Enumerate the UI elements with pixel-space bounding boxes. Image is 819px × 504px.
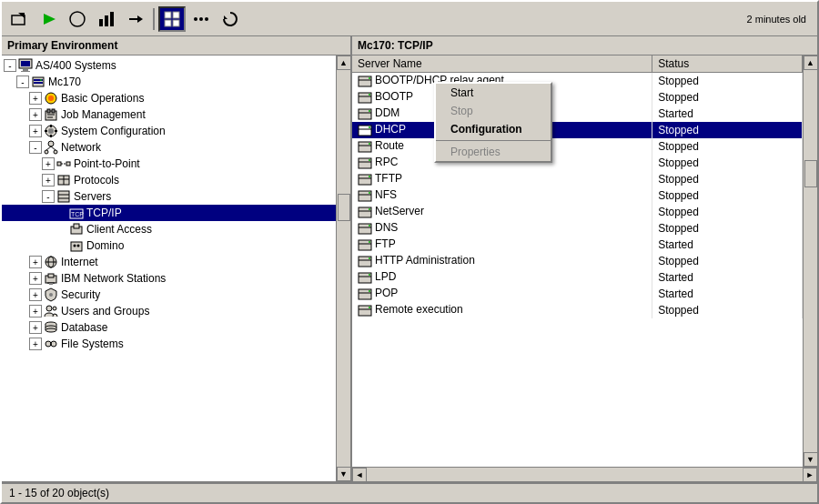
toolbar-back-btn[interactable] <box>5 6 33 32</box>
expand-protocols[interactable]: + <box>42 174 55 186</box>
server-row-icon <box>358 287 372 301</box>
tree-item-client-access[interactable]: Client Access <box>2 221 336 237</box>
svg-rect-63 <box>48 274 54 277</box>
tree-item-as400[interactable]: - AS/400 Systems <box>2 57 336 74</box>
expand-ibm-network[interactable]: + <box>29 272 42 285</box>
svg-rect-55 <box>74 224 79 228</box>
expand-internet[interactable]: + <box>29 256 42 268</box>
context-menu-start[interactable]: Start <box>436 84 551 102</box>
right-vscroll[interactable]: ▲ ▼ <box>803 55 817 467</box>
expand-job-mgmt[interactable]: + <box>29 108 42 121</box>
toolbar-arrow-btn[interactable] <box>122 6 149 32</box>
expand-database[interactable]: + <box>29 321 42 334</box>
left-vscroll-up[interactable]: ▲ <box>337 55 351 70</box>
table-row[interactable]: DDMStarted <box>352 106 803 122</box>
tree-label-tcpip: TCP/IP <box>86 207 122 219</box>
svg-point-95 <box>369 143 370 145</box>
status-cell: Stopped <box>652 187 803 204</box>
expand-mc170[interactable]: - <box>16 76 29 88</box>
tree-item-mc170[interactable]: - Mc170 <box>2 74 336 90</box>
status-cell: Stopped <box>652 204 803 220</box>
right-vscroll-up[interactable]: ▲ <box>804 55 818 70</box>
expand-sys-config[interactable]: + <box>29 125 42 137</box>
table-row[interactable]: DNSStopped <box>352 220 803 237</box>
server-name-cell: FTP <box>352 237 652 253</box>
expand-as400[interactable]: - <box>4 59 16 72</box>
tree-item-point-to-point[interactable]: + Point-to-Point <box>2 156 336 172</box>
table-row[interactable]: LPDStarted <box>352 269 803 286</box>
svg-rect-23 <box>34 82 43 84</box>
toolbar-dots-btn[interactable] <box>187 6 215 32</box>
table-row[interactable]: NetServerStopped <box>352 204 803 220</box>
tree-label-sys-config: System Configuration <box>61 125 166 137</box>
context-menu-stop[interactable]: Stop <box>436 102 551 120</box>
tree-item-file-systems[interactable]: + File Systems <box>2 336 336 352</box>
expand-users-groups[interactable]: + <box>29 305 42 318</box>
svg-marker-8 <box>137 15 143 23</box>
right-panel-header: Mc170: TCP/IP <box>352 36 817 55</box>
right-hscroll[interactable]: ◄ ► <box>352 467 817 481</box>
toolbar-status: 2 minutes old <box>747 14 814 25</box>
tree-item-network[interactable]: - Network <box>2 139 336 156</box>
tree-item-ibm-network[interactable]: + IBM Network Stations <box>2 270 336 287</box>
toolbar-circle-btn[interactable] <box>64 6 91 32</box>
table-row[interactable]: NFSStopped <box>352 187 803 204</box>
svg-rect-37 <box>55 130 57 132</box>
left-vscroll-thumb[interactable] <box>338 194 350 221</box>
table-row[interactable]: DHCPStopped <box>352 122 803 138</box>
table-row[interactable]: POPStarted <box>352 286 803 302</box>
context-menu-configuration[interactable]: Configuration <box>436 120 551 138</box>
tree-item-basic-ops[interactable]: + Basic Operations <box>2 90 336 106</box>
table-row[interactable]: Remote executionStopped <box>352 302 803 318</box>
status-cell: Started <box>652 237 803 253</box>
status-cell: Stopped <box>652 73 803 90</box>
table-row[interactable]: RouteStopped <box>352 138 803 155</box>
tree-item-database[interactable]: + <box>2 319 336 336</box>
right-vscroll-thumb[interactable] <box>804 160 817 187</box>
table-row[interactable]: BOOTP/DHCP relay agentStopped <box>352 73 803 90</box>
tree-label-internet: Internet <box>61 256 98 268</box>
context-menu-properties[interactable]: Properties <box>436 143 551 161</box>
table-row[interactable]: FTPStarted <box>352 237 803 253</box>
expand-file-systems[interactable]: + <box>29 338 42 350</box>
tree-label-basic-ops: Basic Operations <box>61 92 144 105</box>
tree-item-servers[interactable]: - Servers <box>2 188 336 205</box>
expand-security[interactable]: + <box>29 288 42 301</box>
tree-item-security[interactable]: + Security <box>2 287 336 303</box>
table-row[interactable]: BOOTPStopped <box>352 89 803 106</box>
server-name-cell: TFTP <box>352 171 652 187</box>
tree-item-tcpip[interactable]: TCP TCP/IP <box>2 205 336 221</box>
tree-item-job-mgmt[interactable]: + Job Management <box>2 106 336 123</box>
table-row[interactable]: RPCStopped <box>352 155 803 171</box>
expand-network[interactable]: - <box>29 141 42 154</box>
expand-servers[interactable]: - <box>42 190 55 203</box>
table-row[interactable]: HTTP AdministrationStopped <box>352 253 803 269</box>
right-vscroll-down[interactable]: ▼ <box>804 452 818 467</box>
tree-item-users-groups[interactable]: + Users and Groups <box>2 303 336 319</box>
left-vscroll[interactable]: ▲ ▼ <box>336 55 350 481</box>
svg-rect-10 <box>173 12 179 18</box>
right-hscroll-right[interactable]: ► <box>803 468 817 482</box>
server-row-icon <box>358 270 372 285</box>
svg-rect-7 <box>129 18 138 20</box>
toolbar-chart-btn[interactable] <box>93 6 120 32</box>
tree-item-domino[interactable]: Domino <box>2 237 336 254</box>
status-cell: Stopped <box>652 89 803 106</box>
svg-rect-65 <box>49 283 53 285</box>
toolbar-refresh-btn[interactable] <box>217 6 244 32</box>
expand-basic-ops[interactable]: + <box>29 92 42 105</box>
svg-rect-5 <box>105 15 108 26</box>
expand-ptp[interactable]: + <box>42 157 55 170</box>
svg-point-13 <box>194 17 197 21</box>
toolbar-play-btn[interactable] <box>35 6 62 32</box>
table-row[interactable]: TFTPStopped <box>352 171 803 187</box>
right-hscroll-left[interactable]: ◄ <box>352 468 367 482</box>
svg-point-79 <box>51 341 56 347</box>
tree-item-protocols[interactable]: + Protocols <box>2 172 336 188</box>
col-status: Status <box>652 55 803 73</box>
toolbar-grid-btn[interactable] <box>158 6 186 32</box>
svg-rect-18 <box>21 61 30 66</box>
tree-item-internet[interactable]: + Internet <box>2 254 336 270</box>
left-vscroll-down[interactable]: ▼ <box>337 467 351 481</box>
tree-item-sys-config[interactable]: + System Configuration <box>2 123 336 139</box>
